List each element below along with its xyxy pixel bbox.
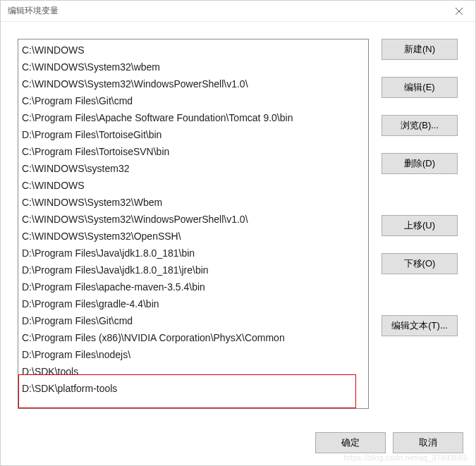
list-item[interactable]: C:\WINDOWS\System32\Wbem bbox=[18, 193, 368, 210]
delete-button[interactable]: 删除(D) bbox=[382, 153, 458, 174]
ok-button[interactable]: 确定 bbox=[315, 432, 386, 453]
list-item[interactable]: D:\Program Files\Java\jdk1.8.0_181\jre\b… bbox=[18, 261, 368, 278]
list-item[interactable]: C:\WINDOWS bbox=[18, 41, 368, 58]
browse-button[interactable]: 浏览(B)... bbox=[382, 115, 458, 136]
close-icon bbox=[456, 8, 463, 15]
list-item[interactable]: D:\Program Files\gradle-4.4\bin bbox=[18, 295, 368, 312]
moveup-button[interactable]: 上移(U) bbox=[382, 215, 458, 236]
list-item[interactable]: C:\WINDOWS\System32\wbem bbox=[18, 58, 368, 75]
edit-button[interactable]: 编辑(E) bbox=[382, 77, 458, 98]
list-item[interactable]: C:\WINDOWS\System32\WindowsPowerShell\v1… bbox=[18, 75, 368, 92]
list-item[interactable]: C:\WINDOWS\system32 bbox=[18, 159, 368, 176]
cancel-button[interactable]: 取消 bbox=[393, 432, 463, 453]
new-button[interactable]: 新建(N) bbox=[382, 39, 458, 60]
edittext-button[interactable]: 编辑文本(T)... bbox=[382, 315, 458, 336]
list-item[interactable]: D:\Program Files\TortoiseGit\bin bbox=[18, 125, 368, 142]
list-item[interactable]: C:\Program Files (x86)\NVIDIA Corporatio… bbox=[18, 329, 368, 345]
watermark-text: https://blog.csdn.net/qq_37893565 bbox=[344, 453, 468, 462]
window-title: 编辑环境变量 bbox=[8, 5, 59, 17]
dialog-footer: 确定 取消 bbox=[315, 432, 463, 453]
list-item[interactable]: D:\SDK\tools bbox=[18, 362, 368, 379]
list-item[interactable]: D:\Program Files\apache-maven-3.5.4\bin bbox=[18, 278, 368, 295]
list-item[interactable]: C:\WINDOWS bbox=[18, 176, 368, 193]
side-button-column: 新建(N) 编辑(E) 浏览(B)... 删除(D) 上移(U) 下移(O) 编… bbox=[382, 39, 458, 405]
close-button[interactable] bbox=[448, 4, 470, 18]
list-item[interactable]: D:\SDK\platform-tools bbox=[18, 379, 368, 396]
movedown-button[interactable]: 下移(O) bbox=[382, 253, 458, 274]
path-listbox[interactable]: C:\WINDOWSC:\WINDOWS\System32\wbemC:\WIN… bbox=[18, 39, 369, 409]
list-item[interactable]: C:\WINDOWS\System32\OpenSSH\ bbox=[18, 227, 368, 244]
list-item[interactable]: D:\Program Files\nodejs\ bbox=[18, 345, 368, 362]
list-item[interactable]: D:\Program Files\Java\jdk1.8.0_181\bin bbox=[18, 244, 368, 261]
list-item[interactable]: C:\WINDOWS\System32\WindowsPowerShell\v1… bbox=[18, 210, 368, 227]
dialog-content: C:\WINDOWSC:\WINDOWS\System32\wbemC:\WIN… bbox=[1, 22, 475, 417]
list-item[interactable]: C:\Program Files\Apache Software Foundat… bbox=[18, 109, 368, 125]
list-item[interactable]: C:\Program Files\TortoiseSVN\bin bbox=[18, 142, 368, 159]
list-item[interactable]: C:\Program Files\Git\cmd bbox=[18, 92, 368, 109]
list-item[interactable]: D:\Program Files\Git\cmd bbox=[18, 312, 368, 329]
title-bar: 编辑环境变量 bbox=[1, 1, 475, 22]
